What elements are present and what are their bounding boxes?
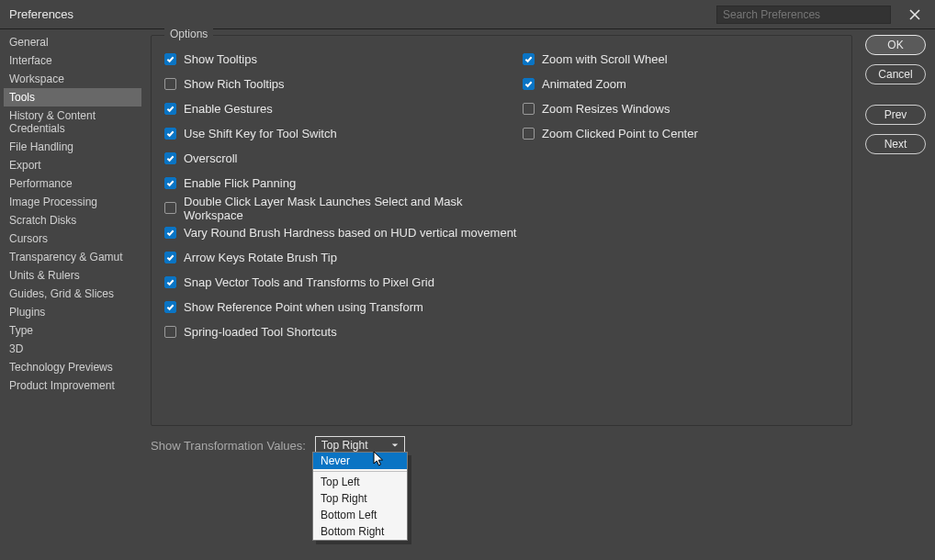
checkbox[interactable] xyxy=(523,103,535,115)
sidebar-item-scratch-disks[interactable]: Scratch Disks xyxy=(4,211,141,230)
sidebar-item-performance[interactable]: Performance xyxy=(4,174,141,193)
options-fieldset: Options Show TooltipsShow Rich TooltipsE… xyxy=(151,35,852,426)
close-button[interactable] xyxy=(904,4,926,26)
option-label: Enable Flick Panning xyxy=(184,176,296,190)
sidebar-item-units-rulers[interactable]: Units & Rulers xyxy=(4,266,141,285)
dropdown-option[interactable]: Never xyxy=(313,453,407,469)
option-row: Arrow Keys Rotate Brush Tip xyxy=(164,245,523,270)
checkbox[interactable] xyxy=(164,152,176,164)
titlebar: Preferences xyxy=(0,0,935,29)
option-row: Zoom Resizes Windows xyxy=(523,96,698,121)
option-label: Animated Zoom xyxy=(542,77,626,91)
ok-button[interactable]: OK xyxy=(865,35,926,55)
sidebar-item-3d[interactable]: 3D xyxy=(4,340,141,358)
sidebar-item-file-handling[interactable]: File Handling xyxy=(4,138,141,156)
menu-separator xyxy=(313,471,407,472)
checkbox[interactable] xyxy=(164,103,176,115)
option-row: Spring-loaded Tool Shortcuts xyxy=(164,319,523,344)
option-label: Arrow Keys Rotate Brush Tip xyxy=(184,251,337,264)
dropdown-option[interactable]: Top Right xyxy=(313,490,407,507)
option-row: Overscroll xyxy=(164,146,523,171)
mouse-cursor-icon xyxy=(373,451,386,470)
checkbox[interactable] xyxy=(164,128,176,140)
options-left-column: Show TooltipsShow Rich TooltipsEnable Ge… xyxy=(164,47,523,344)
checkbox[interactable] xyxy=(164,301,176,313)
sidebar-item-general[interactable]: General xyxy=(4,33,141,51)
main-panel: Options Show TooltipsShow Rich TooltipsE… xyxy=(145,29,865,560)
checkbox[interactable] xyxy=(164,78,176,90)
window-title: Preferences xyxy=(9,7,73,21)
checkbox[interactable] xyxy=(164,177,176,189)
option-label: Zoom Resizes Windows xyxy=(542,102,670,116)
chevron-down-icon xyxy=(391,439,399,452)
option-label: Zoom Clicked Point to Center xyxy=(542,127,698,140)
checkbox[interactable] xyxy=(164,53,176,65)
dropdown-option[interactable]: Bottom Left xyxy=(313,507,407,523)
sidebar-item-cursors[interactable]: Cursors xyxy=(4,230,141,248)
dropdown-value: Top Right xyxy=(321,439,368,452)
option-row: Double Click Layer Mask Launches Select … xyxy=(164,196,523,220)
transform-values-row: Show Transformation Values: Top Right Ne… xyxy=(151,433,852,457)
option-row: Use Shift Key for Tool Switch xyxy=(164,121,523,146)
checkbox[interactable] xyxy=(523,128,535,140)
dropdown-label: Show Transformation Values: xyxy=(151,439,306,453)
checkbox[interactable] xyxy=(164,252,176,263)
option-row: Show Rich Tooltips xyxy=(164,72,523,96)
option-label: Spring-loaded Tool Shortcuts xyxy=(184,325,337,339)
option-row: Show Reference Point when using Transfor… xyxy=(164,295,523,319)
fieldset-legend: Options xyxy=(164,28,213,40)
option-label: Vary Round Brush Hardness based on HUD v… xyxy=(184,226,516,240)
sidebar-item-interface[interactable]: Interface xyxy=(4,51,141,70)
option-row: Show Tooltips xyxy=(164,47,523,72)
option-row: Animated Zoom xyxy=(523,72,698,96)
option-row: Enable Gestures xyxy=(164,96,523,121)
option-label: Show Reference Point when using Transfor… xyxy=(184,300,423,314)
prev-button[interactable]: Prev xyxy=(865,105,926,125)
option-label: Snap Vector Tools and Transforms to Pixe… xyxy=(184,275,434,289)
option-label: Show Rich Tooltips xyxy=(184,77,285,91)
option-row: Zoom Clicked Point to Center xyxy=(523,121,698,146)
dropdown-option[interactable]: Top Left xyxy=(313,474,407,490)
options-right-column: Zoom with Scroll WheelAnimated ZoomZoom … xyxy=(523,47,698,344)
option-label: Show Tooltips xyxy=(184,52,257,66)
dialog-buttons: OK Cancel Prev Next xyxy=(865,29,935,560)
sidebar-item-guides-grid-slices[interactable]: Guides, Grid & Slices xyxy=(4,285,141,303)
next-button[interactable]: Next xyxy=(865,134,926,154)
sidebar-item-plugins[interactable]: Plugins xyxy=(4,303,141,321)
option-row: Snap Vector Tools and Transforms to Pixe… xyxy=(164,270,523,295)
checkbox[interactable] xyxy=(523,53,535,65)
sidebar-item-image-processing[interactable]: Image Processing xyxy=(4,193,141,211)
checkbox[interactable] xyxy=(164,227,176,239)
cancel-button[interactable]: Cancel xyxy=(865,64,926,84)
sidebar-item-technology-previews[interactable]: Technology Previews xyxy=(4,358,141,376)
sidebar-item-workspace[interactable]: Workspace xyxy=(4,70,141,88)
checkbox[interactable] xyxy=(523,78,535,90)
dropdown-option[interactable]: Bottom Right xyxy=(313,523,407,540)
option-label: Use Shift Key for Tool Switch xyxy=(184,127,337,140)
option-row: Enable Flick Panning xyxy=(164,171,523,196)
sidebar-item-tools[interactable]: Tools xyxy=(4,88,141,106)
option-row: Zoom with Scroll Wheel xyxy=(523,47,698,72)
checkbox[interactable] xyxy=(164,202,176,214)
option-row: Vary Round Brush Hardness based on HUD v… xyxy=(164,220,523,245)
checkbox[interactable] xyxy=(164,326,176,338)
option-label: Enable Gestures xyxy=(184,102,273,116)
option-label: Overscroll xyxy=(184,151,238,165)
option-label: Zoom with Scroll Wheel xyxy=(542,52,668,66)
sidebar-item-product-improvement[interactable]: Product Improvement xyxy=(4,376,141,395)
search-input[interactable] xyxy=(716,6,891,24)
dropdown-menu[interactable]: NeverTop LeftTop RightBottom LeftBottom … xyxy=(312,452,408,541)
sidebar-item-transparency-gamut[interactable]: Transparency & Gamut xyxy=(4,248,141,266)
sidebar: GeneralInterfaceWorkspaceToolsHistory & … xyxy=(0,29,145,560)
sidebar-item-history-content-credentials[interactable]: History & Content Credentials xyxy=(4,106,141,138)
checkbox[interactable] xyxy=(164,276,176,288)
option-label: Double Click Layer Mask Launches Select … xyxy=(184,195,523,222)
sidebar-item-export[interactable]: Export xyxy=(4,156,141,174)
sidebar-item-type[interactable]: Type xyxy=(4,321,141,340)
close-icon xyxy=(908,8,921,21)
